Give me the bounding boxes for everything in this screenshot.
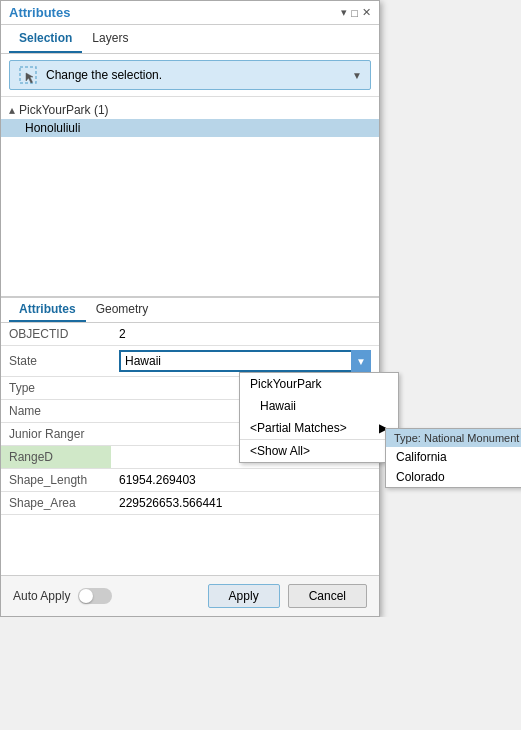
pin-button[interactable]: ▾	[341, 6, 347, 19]
list-area: ▴ PickYourPark (1) Honoluliuli	[1, 97, 379, 297]
selection-toolbar: Change the selection. ▼	[1, 54, 379, 97]
attributes-panel: Attributes ▾ □ ✕ Selection Layers Change…	[0, 0, 380, 617]
state-dropdown-arrow[interactable]: ▼	[351, 350, 371, 372]
field-label-ranged: RangeD	[1, 446, 111, 469]
table-row-state: State ▼ PickYourPark Hawaii <Partial Mat…	[1, 346, 379, 377]
footer-buttons: Apply Cancel	[208, 584, 367, 608]
auto-apply-label: Auto Apply	[13, 589, 70, 603]
dropdown-item-pickyourpark[interactable]: PickYourPark	[240, 373, 398, 395]
footer: Auto Apply Apply Cancel	[1, 575, 379, 616]
tab-selection[interactable]: Selection	[9, 25, 82, 53]
tab-layers[interactable]: Layers	[82, 25, 138, 53]
partial-matches-submenu: Type: National Monument California Color…	[385, 428, 521, 488]
field-value: 229526653.566441	[111, 492, 379, 515]
field-label-state: State	[1, 346, 111, 377]
tab-geometry[interactable]: Geometry	[86, 298, 159, 322]
selection-cursor-icon	[18, 65, 38, 85]
field-label: Name	[1, 400, 111, 423]
title-bar-controls: ▾ □ ✕	[341, 6, 371, 19]
expand-triangle-icon: ▴	[9, 103, 15, 117]
table-row: OBJECTID 2	[1, 323, 379, 346]
field-label: Type	[1, 377, 111, 400]
submenu-item-california[interactable]: California	[386, 447, 521, 467]
field-value-state: ▼ PickYourPark Hawaii <Partial Matches> …	[111, 346, 379, 377]
list-group-title: PickYourPark (1)	[19, 103, 109, 117]
list-item[interactable]: Honoluliuli	[1, 119, 379, 137]
auto-apply-section: Auto Apply	[13, 588, 112, 604]
table-row: Shape_Length 61954.269403	[1, 469, 379, 492]
state-input[interactable]	[119, 350, 371, 372]
field-label: Shape_Area	[1, 492, 111, 515]
cancel-button[interactable]: Cancel	[288, 584, 367, 608]
change-selection-label: Change the selection.	[46, 68, 162, 82]
close-button[interactable]: ✕	[362, 6, 371, 19]
auto-apply-toggle[interactable]	[78, 588, 112, 604]
minimize-button[interactable]: □	[351, 7, 358, 19]
submenu-item-colorado[interactable]: Colorado	[386, 467, 521, 487]
dropdown-menu-list: PickYourPark Hawaii <Partial Matches> ▶ …	[239, 372, 399, 463]
title-bar: Attributes ▾ □ ✕	[1, 1, 379, 25]
attributes-table: OBJECTID 2 State ▼ PickYourPark Hawaii	[1, 323, 379, 515]
main-tab-bar: Selection Layers	[1, 25, 379, 54]
state-dropdown-wrapper: ▼	[119, 350, 371, 372]
attributes-section: Attributes Geometry OBJECTID 2 State ▼	[1, 297, 379, 515]
dropdown-chevron-icon: ▼	[352, 70, 362, 81]
field-label: Shape_Length	[1, 469, 111, 492]
list-group-header: ▴ PickYourPark (1)	[1, 101, 379, 119]
svg-marker-1	[26, 73, 33, 83]
apply-button[interactable]: Apply	[208, 584, 280, 608]
tab-attributes[interactable]: Attributes	[9, 298, 86, 322]
dropdown-item-show-all[interactable]: <Show All>	[240, 439, 398, 462]
change-selection-dropdown[interactable]: Change the selection. ▼	[9, 60, 371, 90]
field-value: 2	[111, 323, 379, 346]
panel-title: Attributes	[9, 5, 70, 20]
table-row: Shape_Area 229526653.566441	[1, 492, 379, 515]
submenu-header: Type: National Monument	[386, 429, 521, 447]
dropdown-item-hawaii[interactable]: Hawaii	[240, 395, 398, 417]
field-value: 61954.269403	[111, 469, 379, 492]
toggle-knob	[79, 589, 93, 603]
field-label: Junior Ranger	[1, 423, 111, 446]
field-label: OBJECTID	[1, 323, 111, 346]
spacer	[1, 515, 379, 575]
dropdown-item-partial-matches[interactable]: <Partial Matches> ▶	[240, 417, 398, 439]
section-tab-bar: Attributes Geometry	[1, 298, 379, 323]
